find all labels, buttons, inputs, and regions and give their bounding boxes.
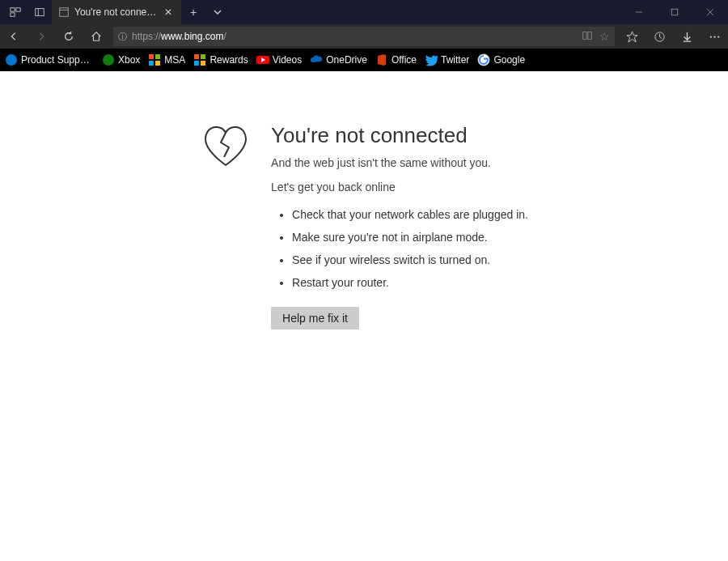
favorite-star-icon[interactable]: ☆ (599, 30, 610, 43)
minimize-button[interactable] (621, 0, 657, 24)
address-bar[interactable]: ⓘ https://www.bing.com/ ☆ (113, 27, 615, 46)
history-icon[interactable] (645, 24, 673, 49)
error-lead: Let's get you back online (271, 181, 528, 193)
svg-rect-22 (149, 54, 154, 59)
help-fix-button[interactable]: Help me fix it (271, 307, 359, 329)
error-subheading: And the web just isn't the same without … (271, 156, 528, 169)
bookmark-item[interactable]: Google (477, 53, 525, 66)
microsoft-icon (193, 53, 206, 66)
bookmark-item[interactable]: MSA (148, 53, 185, 66)
error-step: Check that your network cables are plugg… (292, 208, 528, 221)
new-tab-button[interactable]: + (181, 0, 205, 24)
title-bar: You're not connected ✕ + (0, 0, 728, 24)
tab-title: You're not connected (74, 6, 157, 18)
onedrive-icon (310, 53, 323, 66)
bookmark-item[interactable]: Twitter (425, 53, 469, 66)
downloads-icon[interactable] (673, 24, 700, 49)
close-window-button[interactable] (692, 0, 728, 24)
svg-rect-29 (201, 61, 205, 66)
close-tab-icon[interactable]: ✕ (162, 6, 175, 19)
svg-rect-23 (155, 54, 160, 59)
more-menu-icon[interactable] (700, 24, 728, 49)
twitter-icon (425, 53, 438, 66)
url-text: https://www.bing.com/ (132, 31, 577, 42)
reading-view-icon[interactable] (582, 30, 593, 44)
svg-rect-24 (149, 61, 154, 66)
error-step: See if your wireless switch is turned on… (292, 253, 528, 266)
bookmark-item[interactable]: Office (375, 53, 417, 66)
sidebar-toggle-icon[interactable] (28, 0, 52, 24)
forward-button[interactable] (28, 24, 55, 49)
svg-point-20 (6, 54, 17, 66)
browser-tab[interactable]: You're not connected ✕ (52, 0, 181, 24)
svg-point-21 (103, 54, 114, 66)
svg-rect-5 (60, 8, 69, 17)
xbox-icon (102, 53, 115, 66)
svg-rect-25 (155, 61, 160, 66)
favorites-hub-icon[interactable] (618, 24, 645, 49)
home-button[interactable] (83, 24, 110, 49)
svg-rect-12 (588, 32, 591, 39)
tab-menu-icon[interactable] (205, 0, 230, 24)
bookmark-item[interactable]: Xbox (102, 53, 140, 66)
google-icon (477, 53, 490, 66)
svg-rect-2 (11, 13, 15, 16)
page-icon (58, 6, 70, 18)
refresh-button[interactable] (55, 24, 83, 49)
bookmark-item[interactable]: OneDrive (310, 53, 367, 66)
svg-rect-0 (11, 8, 15, 11)
svg-marker-13 (626, 31, 637, 41)
svg-point-17 (709, 36, 711, 37)
maximize-button[interactable] (657, 0, 692, 24)
info-icon[interactable]: ⓘ (118, 31, 127, 43)
svg-rect-8 (671, 9, 678, 15)
page-content: You're not connected And the web just is… (0, 71, 728, 561)
error-steps-list: Check that your network cables are plugg… (271, 208, 528, 289)
nav-bar: ⓘ https://www.bing.com/ ☆ (0, 24, 728, 49)
youtube-icon (256, 53, 269, 66)
task-view-icon[interactable] (3, 0, 28, 24)
office-icon (375, 53, 388, 66)
microsoft-icon (148, 53, 161, 66)
error-step: Make sure you're not in airplane mode. (292, 231, 528, 244)
error-step: Restart your router. (292, 276, 528, 289)
back-button[interactable] (0, 24, 28, 49)
svg-rect-1 (16, 8, 20, 11)
dell-icon (5, 53, 18, 66)
svg-rect-3 (36, 9, 44, 16)
svg-rect-26 (194, 54, 199, 59)
bookmark-item[interactable]: Rewards (193, 53, 248, 66)
bookmark-item[interactable]: Videos (256, 53, 302, 66)
error-heading: You're not connected (271, 123, 528, 148)
bookmark-item[interactable]: Product Support | Dell (5, 53, 94, 66)
svg-point-19 (717, 36, 719, 37)
svg-rect-28 (194, 61, 199, 66)
svg-rect-11 (583, 32, 586, 39)
svg-rect-27 (201, 54, 205, 59)
bookmarks-bar: Product Support | Dell Xbox MSA Rewards … (0, 49, 728, 71)
svg-point-18 (713, 36, 715, 37)
broken-heart-icon (200, 123, 252, 561)
